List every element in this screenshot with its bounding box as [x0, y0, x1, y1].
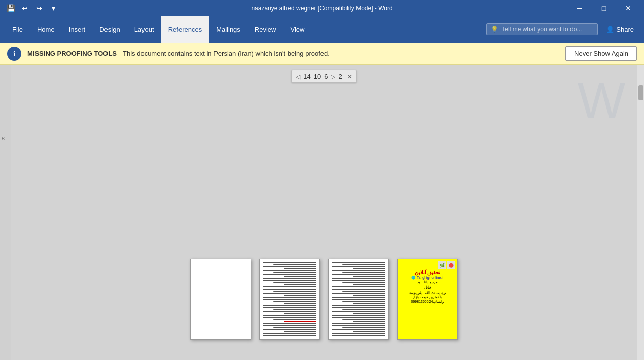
search-box[interactable]: 💡 Tell me what you want to do...	[486, 23, 598, 35]
ad-body-line2: فایل	[424, 285, 431, 290]
page-thumb-4-ad[interactable]: 🌿 🔴 تحقیق آنلاین Tahghighonline.ir 🌐 مرج…	[397, 259, 458, 340]
ad-icons-row: 🌿 🔴	[400, 261, 455, 269]
redo-button[interactable]: ↪	[32, 2, 46, 15]
tab-mailings[interactable]: Mailings	[209, 16, 247, 43]
tab-home[interactable]: Home	[30, 16, 62, 43]
notification-bar: ℹ MISSING PROOFING TOOLS This document c…	[0, 43, 644, 65]
nav-prev-arrow[interactable]: ◁	[296, 73, 300, 80]
ad-icon-1: 🌿	[438, 261, 446, 269]
window-controls: ─ □ ✕	[568, 0, 640, 16]
tab-insert[interactable]: Insert	[62, 16, 93, 43]
tab-view[interactable]: View	[283, 16, 311, 43]
page-navigator: ◁ 14 10 6 ▷ 2 ✕	[291, 70, 356, 83]
maximize-button[interactable]: □	[592, 0, 616, 16]
tab-file[interactable]: File	[5, 16, 30, 43]
never-show-button[interactable]: Never Show Again	[565, 46, 637, 61]
notif-title: MISSING PROOFING TOOLS	[27, 50, 117, 57]
ad-url: Tahghighonline.ir 🌐	[411, 276, 444, 280]
page-count-1: 14	[303, 73, 310, 80]
pages-container: 🌿 🔴 تحقیق آنلاین Tahghighonline.ir 🌐 مرج…	[180, 259, 468, 340]
nav-next-arrow[interactable]: ▷	[331, 73, 335, 80]
page-2-content	[260, 259, 319, 339]
ribbon-search-area: 💡 Tell me what you want to do... 👤 Share	[486, 16, 639, 43]
ad-icon-2: 🔴	[447, 261, 455, 269]
share-label: Share	[616, 26, 634, 33]
close-button[interactable]: ✕	[617, 0, 640, 16]
scroll-thumb[interactable]	[638, 85, 643, 100]
document-area: 22 18 14 10 6 2 2 ◁ 14 10 6 ▷ 2 ✕ W	[0, 65, 644, 360]
watermark: W	[571, 70, 632, 131]
right-scrollbar[interactable]	[637, 65, 644, 360]
page-thumb-2[interactable]	[259, 259, 320, 340]
ad-body-line4: با کمترین قیمت بازار	[413, 295, 442, 300]
main-content: ◁ 14 10 6 ▷ 2 ✕ W	[11, 65, 637, 360]
page-thumb-1[interactable]	[190, 259, 251, 340]
notif-message: This document contains text in Persian (…	[123, 50, 559, 57]
ruler-num-2b: 2	[1, 137, 6, 140]
page-count-4: 2	[338, 73, 342, 80]
save-button[interactable]: 💾	[4, 2, 17, 15]
ad-title: تحقیق آنلاین	[415, 269, 441, 276]
nav-close-button[interactable]: ✕	[347, 73, 352, 80]
page-thumb-3[interactable]	[328, 259, 389, 340]
search-placeholder: Tell me what you want to do...	[502, 26, 582, 33]
share-button[interactable]: 👤 Share	[601, 26, 639, 33]
info-icon: ℹ	[7, 47, 21, 61]
share-icon: 👤	[606, 26, 614, 33]
window-title: naazariye alfred wegner [Compatibility M…	[251, 5, 392, 12]
title-bar: 💾 ↩ ↪ ▾ naazariye alfred wegner [Compati…	[0, 0, 644, 16]
page-count-2: 10	[314, 73, 321, 80]
minimize-button[interactable]: ─	[568, 0, 591, 16]
tab-layout[interactable]: Layout	[127, 16, 161, 43]
tab-review[interactable]: Review	[247, 16, 283, 43]
quick-access-dropdown[interactable]: ▾	[47, 2, 60, 15]
undo-button[interactable]: ↩	[18, 2, 31, 15]
left-ruler: 22 18 14 10 6 2 2	[0, 65, 11, 360]
ad-body-line1: مرجع دانلـــود	[417, 280, 438, 285]
ribbon: File Home Insert Design Layout Reference…	[0, 16, 644, 43]
ad-phone: 09981366624واتساپ	[411, 300, 444, 304]
tab-design[interactable]: Design	[92, 16, 127, 43]
ad-body-line3: ورد-پی دی اف - پاورپویت	[409, 290, 445, 295]
quick-access-toolbar: 💾 ↩ ↪ ▾	[4, 2, 60, 15]
page-count-3: 6	[324, 73, 328, 80]
tab-references[interactable]: References	[161, 16, 209, 43]
page-3-content	[329, 259, 388, 339]
